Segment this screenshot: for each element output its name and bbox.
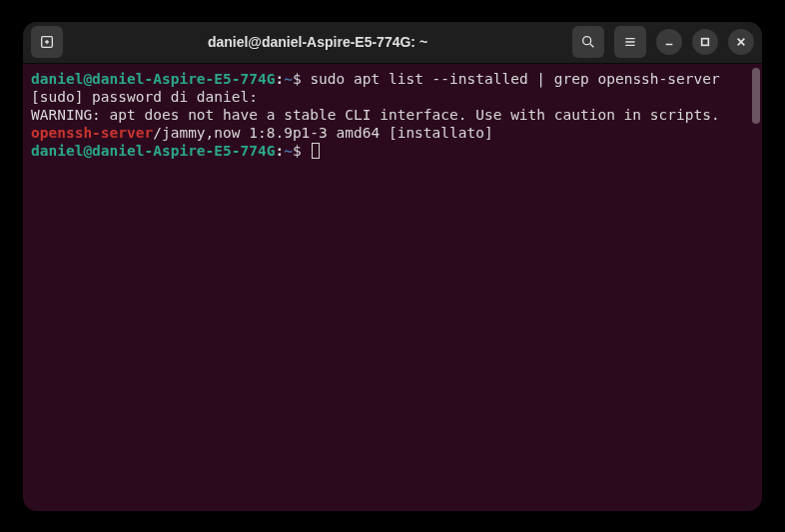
- warning-line: WARNING: apt does not have a stable CLI …: [31, 106, 754, 124]
- sudo-prompt-line: [sudo] password di daniel:: [31, 88, 754, 106]
- titlebar: daniel@daniel-Aspire-E5-774G: ~: [23, 22, 762, 64]
- prompt-path: ~: [284, 143, 293, 159]
- close-button[interactable]: [728, 29, 754, 55]
- svg-rect-9: [702, 39, 709, 46]
- result-rest: /jammy,now 1:8.9p1-3 amd64 [installato]: [153, 125, 492, 141]
- prompt-user: daniel@daniel-Aspire-E5-774G: [31, 143, 275, 159]
- window-title: daniel@daniel-Aspire-E5-774G: ~: [71, 34, 564, 50]
- prompt-dollar: $: [293, 71, 310, 87]
- result-line: openssh-server/jammy,now 1:8.9p1-3 amd64…: [31, 124, 754, 142]
- prompt-dollar: $: [293, 143, 310, 159]
- terminal-body[interactable]: daniel@daniel-Aspire-E5-774G:~$ sudo apt…: [23, 64, 762, 511]
- titlebar-right: [572, 26, 754, 58]
- minimize-button[interactable]: [656, 29, 682, 55]
- cursor: [312, 143, 320, 159]
- grep-match: openssh-server: [31, 125, 153, 141]
- svg-point-3: [583, 37, 591, 45]
- terminal-content: daniel@daniel-Aspire-E5-774G:~$ sudo apt…: [31, 70, 754, 161]
- prompt-colon: :: [275, 143, 284, 159]
- prompt-user: daniel@daniel-Aspire-E5-774G: [31, 71, 275, 87]
- command-text: sudo apt list --installed | grep openssh…: [310, 71, 719, 87]
- prompt-line-1: daniel@daniel-Aspire-E5-774G:~$ sudo apt…: [31, 70, 754, 88]
- menu-button[interactable]: [614, 26, 646, 58]
- maximize-button[interactable]: [692, 29, 718, 55]
- svg-line-4: [590, 44, 593, 47]
- new-tab-button[interactable]: [31, 26, 63, 58]
- search-button[interactable]: [572, 26, 604, 58]
- titlebar-left: [31, 26, 63, 58]
- prompt-colon: :: [275, 71, 284, 87]
- scrollbar[interactable]: [752, 68, 760, 124]
- prompt-line-2: daniel@daniel-Aspire-E5-774G:~$: [31, 142, 754, 160]
- terminal-window: daniel@daniel-Aspire-E5-774G: ~ daniel@d…: [23, 22, 762, 511]
- prompt-path: ~: [284, 71, 293, 87]
